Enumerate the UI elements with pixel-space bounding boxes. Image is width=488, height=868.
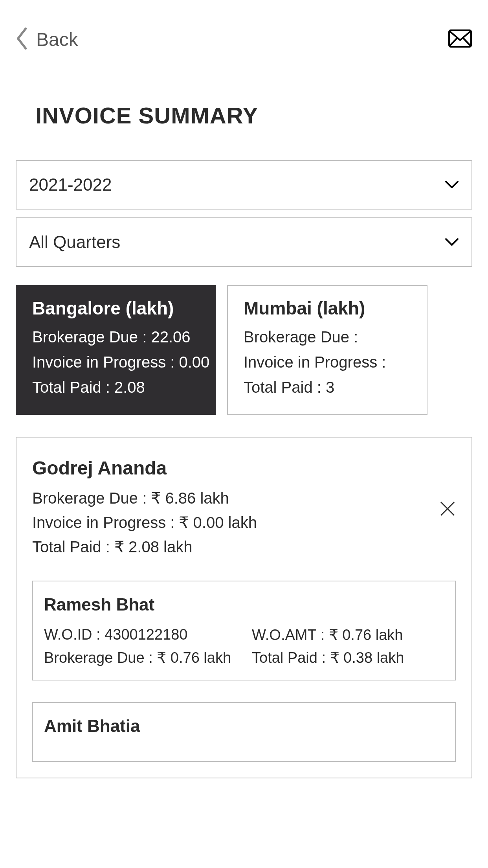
customer-name: Ramesh Bhat (44, 595, 444, 614)
city-card-bangalore[interactable]: Bangalore (lakh) Brokerage Due : 22.06 I… (16, 285, 216, 415)
city-card-row: Bangalore (lakh) Brokerage Due : 22.06 I… (0, 275, 488, 425)
chevron-down-icon (445, 238, 459, 246)
city-name: Mumbai (lakh) (244, 298, 411, 319)
customer-card[interactable]: Amit Bhatia (32, 702, 456, 762)
mail-icon[interactable] (448, 29, 472, 50)
customer-wo-id: W.O.ID : 4300122180 (44, 626, 244, 644)
project-brokerage-due: Brokerage Due : ₹ 6.86 lakh (32, 486, 257, 510)
city-total-paid: Total Paid : 3 (244, 375, 411, 400)
customer-total-paid: Total Paid : ₹ 0.38 lakh (244, 649, 444, 666)
page-title: INVOICE SUMMARY (0, 63, 488, 152)
customer-brokerage-due: Brokerage Due : ₹ 0.76 lakh (44, 649, 244, 666)
city-invoice-in-progress: Invoice in Progress : (244, 349, 411, 375)
year-dropdown[interactable]: 2021-2022 (16, 160, 472, 210)
city-name: Bangalore (lakh) (32, 298, 200, 319)
close-icon[interactable] (439, 457, 456, 519)
quarter-value: All Quarters (29, 232, 120, 252)
project-card: Godrej Ananda Brokerage Due : ₹ 6.86 lak… (16, 437, 472, 778)
city-brokerage-due: Brokerage Due : 22.06 (32, 324, 200, 349)
chevron-left-icon (16, 28, 29, 51)
city-brokerage-due: Brokerage Due : (244, 324, 411, 349)
quarter-dropdown[interactable]: All Quarters (16, 217, 472, 267)
year-value: 2021-2022 (29, 175, 112, 195)
customer-name: Amit Bhatia (44, 716, 444, 736)
city-card-mumbai[interactable]: Mumbai (lakh) Brokerage Due : Invoice in… (227, 285, 427, 415)
project-total-paid: Total Paid : ₹ 2.08 lakh (32, 535, 257, 559)
project-name: Godrej Ananda (32, 457, 257, 479)
city-total-paid: Total Paid : 2.08 (32, 375, 200, 400)
back-label: Back (36, 29, 78, 50)
city-invoice-in-progress: Invoice in Progress : 0.00 (32, 349, 200, 375)
chevron-down-icon (445, 180, 459, 189)
back-button[interactable]: Back (16, 28, 78, 51)
customer-wo-amt: W.O.AMT : ₹ 0.76 lakh (244, 626, 444, 644)
customer-card[interactable]: Ramesh Bhat W.O.ID : 4300122180 W.O.AMT … (32, 581, 456, 680)
project-invoice-in-progress: Invoice in Progress : ₹ 0.00 lakh (32, 510, 257, 535)
